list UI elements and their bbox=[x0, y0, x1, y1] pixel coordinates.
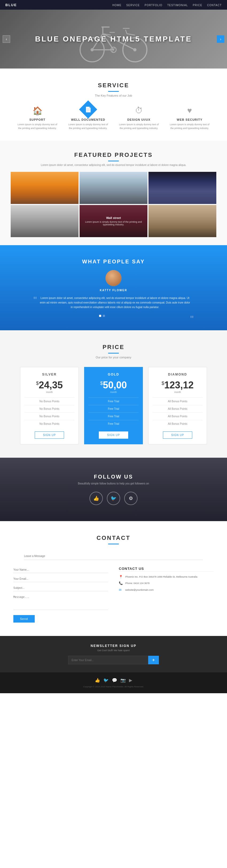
contact-address-text: Phoenix Inc. P.O Box 346478 1690 Reliabl… bbox=[125, 575, 197, 579]
nav-item-service[interactable]: SERVICE bbox=[126, 2, 140, 7]
price-feature-silver-3: No Bonus Points bbox=[24, 412, 75, 420]
testimonial-section: WHAT PEOPLE SAY KATTY FLOWER " Lorem ips… bbox=[0, 245, 227, 330]
nav-item-contact[interactable]: CONTACT bbox=[207, 2, 222, 7]
newsletter-subtitle: Get Cool Stuff! We hate spam! bbox=[11, 649, 216, 652]
service-desc-security: Lorem Ipsum is simply dummy text of the … bbox=[168, 123, 211, 130]
dot-1[interactable] bbox=[99, 315, 101, 317]
price-feature-silver-4: No Bonus Points bbox=[24, 420, 75, 428]
footer-social-links: 👍 🐦 💬 📷 ▶ bbox=[11, 678, 216, 683]
contact-email-text: website@yourdomain.com bbox=[125, 588, 154, 592]
contact-message-input[interactable] bbox=[24, 552, 203, 560]
dot-2[interactable] bbox=[103, 315, 105, 317]
phone-icon: 📞 bbox=[119, 581, 123, 585]
footer-copyright: Copyright © 2014-2015 Name Placeholder. … bbox=[11, 685, 216, 688]
project-city[interactable]: 🔗 bbox=[149, 172, 216, 204]
price-tier-gold: GOLD bbox=[88, 373, 139, 376]
price-period-silver: month bbox=[24, 391, 75, 394]
nav-item-portfolio[interactable]: PORTFOLIO bbox=[145, 2, 163, 7]
testimonial-dots bbox=[16, 315, 188, 317]
footer-play-icon[interactable]: ▶ bbox=[129, 678, 132, 683]
service-desc-design: Lorem Ipsum is simply dummy text of the … bbox=[117, 123, 160, 130]
documented-icon: 📄 bbox=[67, 105, 110, 116]
hero-title: BLUE ONEPAGE HTML5 TEMPLATE bbox=[35, 35, 192, 43]
footer-twitter-icon[interactable]: 🐦 bbox=[103, 678, 109, 683]
nav-item-testimonial[interactable]: TESTIMONIAL bbox=[167, 2, 188, 7]
nav-logo: BLUE bbox=[5, 3, 17, 7]
price-feature-silver-2: No Bonus Points bbox=[24, 405, 75, 412]
price-tier-diamond: DIAMOND bbox=[152, 373, 203, 376]
project-sunset[interactable]: 🔗 bbox=[11, 172, 78, 204]
follow-section: FOLLOW US Beautifully simple follow butt… bbox=[0, 458, 227, 521]
footer-facebook-icon[interactable]: 👍 bbox=[95, 678, 100, 683]
footer-chat-icon[interactable]: 💬 bbox=[112, 678, 117, 683]
newsletter-email-input[interactable] bbox=[68, 656, 148, 664]
contact-divider bbox=[108, 544, 119, 545]
nav-item-price[interactable]: PRICE bbox=[193, 2, 202, 7]
contact-section: CONTACT Send CONTACT US 📍 Phoenix Inc. P… bbox=[0, 521, 227, 636]
newsletter-section: NEWSLETTER SIGN UP Get Cool Stuff! We ha… bbox=[0, 636, 227, 672]
service-item-support: 🏠 SUPPORT Lorem Ipsum is simply dummy te… bbox=[16, 105, 59, 130]
price-feature-gold-4: Free Trial bbox=[88, 420, 139, 428]
newsletter-submit-button[interactable]: ✈ bbox=[148, 656, 159, 664]
quote-open-icon: " bbox=[33, 296, 37, 305]
testimonial-avatar bbox=[106, 270, 121, 286]
price-feature-diamond-1: All Bonus Points bbox=[152, 398, 203, 405]
contact-address: 📍 Phoenix Inc. P.O Box 346478 1690 Relia… bbox=[119, 575, 214, 579]
hero-prev-button[interactable]: ‹ bbox=[3, 35, 10, 43]
support-icon: 🏠 bbox=[16, 105, 59, 116]
newsletter-form: ✈ bbox=[68, 656, 159, 664]
price-card-diamond: DIAMOND $123,12 month All Bonus Points A… bbox=[148, 367, 207, 444]
social-twitter-button[interactable]: 🐦 bbox=[107, 492, 120, 505]
contact-phone-text: Phone: 0416 124 3678 bbox=[125, 581, 150, 585]
projects-section: FEATURED PROJECTS Lorem ipsum dolor sit … bbox=[0, 141, 227, 245]
project-bench[interactable]: 🔗 bbox=[11, 205, 78, 237]
social-settings-button[interactable]: ⚙ bbox=[124, 492, 138, 505]
contact-info: CONTACT US 📍 Phoenix Inc. P.O Box 346478… bbox=[119, 567, 214, 623]
quote-close-icon: " bbox=[190, 315, 194, 324]
nav-item-home[interactable]: HOME bbox=[112, 2, 121, 7]
price-signup-gold[interactable]: SIGN UP bbox=[99, 431, 128, 439]
price-amount-silver: $24,35 bbox=[24, 380, 75, 390]
testimonial-author: KATTY FLOWER bbox=[16, 289, 211, 292]
follow-subtitle: Beautifully simple follow buttons to hel… bbox=[11, 482, 216, 485]
follow-content: FOLLOW US Beautifully simple follow butt… bbox=[11, 474, 216, 505]
project-wallstreet[interactable]: Wall street Lorem ipsum is simply dummy … bbox=[80, 205, 147, 237]
contact-us-divider bbox=[119, 571, 214, 572]
price-currency-gold: $ bbox=[100, 381, 103, 386]
facebook-icon: 👍 bbox=[93, 495, 99, 501]
price-feature-diamond-3: All Bonus Points bbox=[152, 412, 203, 420]
contact-subject-input[interactable] bbox=[13, 585, 108, 591]
price-feature-gold-3: Free Trial bbox=[88, 412, 139, 420]
social-facebook-button[interactable]: 👍 bbox=[89, 492, 103, 505]
price-signup-silver[interactable]: SIGN UP bbox=[35, 431, 64, 439]
project-cave[interactable]: 🔗 bbox=[149, 205, 216, 237]
contact-messages-textarea[interactable] bbox=[13, 594, 108, 610]
project-mountain[interactable]: 🔗 bbox=[80, 172, 147, 204]
newsletter-title: NEWSLETTER SIGN UP bbox=[11, 644, 216, 648]
footer-camera-icon[interactable]: 📷 bbox=[120, 678, 126, 683]
price-feature-gold-1: Free Trial bbox=[88, 398, 139, 405]
service-title: SERVICE bbox=[16, 82, 211, 89]
price-period-diamond: month bbox=[152, 391, 203, 394]
testimonial-text: Lorem ipsum dolor sit amet, consectetur … bbox=[36, 296, 191, 309]
contact-name-input[interactable] bbox=[13, 567, 108, 573]
hero-next-button[interactable]: › bbox=[217, 35, 224, 43]
contact-layout: Send CONTACT US 📍 Phoenix Inc. P.O Box 3… bbox=[13, 567, 214, 623]
contact-form: Send bbox=[13, 567, 108, 623]
price-tier-silver: SILVER bbox=[24, 373, 75, 376]
contact-email: ✉ website@yourdomain.com bbox=[119, 588, 214, 592]
price-amount-diamond: $123,12 bbox=[152, 380, 203, 390]
projects-title: FEATURED PROJECTS bbox=[11, 152, 216, 158]
price-card-silver: SILVER $24,35 month No Bonus Points No B… bbox=[20, 367, 79, 444]
price-currency-diamond: $ bbox=[161, 381, 164, 386]
service-desc-support: Lorem Ipsum is simply dummy text of the … bbox=[16, 123, 59, 130]
contact-send-button[interactable]: Send bbox=[13, 615, 35, 623]
price-section: PRICE Our price for your company SILVER … bbox=[0, 330, 227, 458]
price-amount-gold: $50,00 bbox=[88, 380, 139, 390]
contact-email-input[interactable] bbox=[13, 576, 108, 582]
service-item-design: ⏱ DESIGN UI/UX Lorem Ipsum is simply dum… bbox=[117, 105, 160, 130]
service-item-documented: 📄 WELL DOCUMENTED Lorem Ipsum is simply … bbox=[67, 105, 110, 130]
contact-phone: 📞 Phone: 0416 124 3678 bbox=[119, 581, 214, 585]
price-currency-silver: $ bbox=[36, 381, 39, 386]
price-signup-diamond[interactable]: SIGN UP bbox=[163, 431, 192, 439]
